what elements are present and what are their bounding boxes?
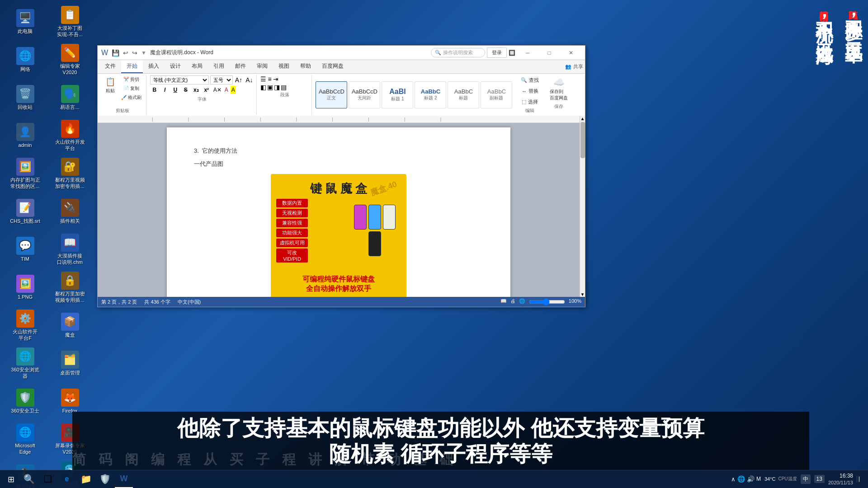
icon-chengxu-encrypt[interactable]: 🔐 鄱程万里视频加密专用插... [48,155,91,192]
taskbar-taskview[interactable]: ❑ [39,471,57,488]
icon-edit-expert[interactable]: ✏️ 编辑专家V2020 [48,42,91,78]
copy-button[interactable]: 📄 复制 [119,84,143,93]
align-right-btn[interactable]: ◨ [274,84,280,91]
tray-volume[interactable]: 🔊 [747,475,755,483]
font-name-select[interactable]: 等线 (中文正文) [150,75,209,84]
icon-chengxu-encrypt2[interactable]: 🔒 鄱程万里加密视频专用插... [48,269,91,305]
tab-home[interactable]: 开始 [121,60,143,73]
document-container[interactable]: 3. 它的使用方法 一代产品图 魔盒.40 键 鼠 魔 盒 数据内置 无视检测 [98,123,580,297]
icon-computer[interactable]: 🖥️ 此电脑 [4,4,47,40]
icon-CHS-srt[interactable]: 📝 CHS_找图.srt [4,193,47,230]
icon-pludan[interactable]: 🔌 插件相关 [48,193,91,230]
strikethrough-button[interactable]: S [181,85,190,94]
tab-design[interactable]: 设计 [165,60,186,73]
taskbar-search[interactable]: 🔍 [20,471,38,488]
tab-review[interactable]: 审阅 [251,60,273,73]
view-mode-read[interactable]: 📖 [500,298,507,305]
login-button[interactable]: 登录 [487,47,507,58]
customize-icon[interactable]: ▼ [141,50,146,56]
icon-fire-dev[interactable]: 🔥 火山软件开发平台 [48,117,91,154]
taskbar-edge[interactable]: e [58,471,76,488]
tab-help[interactable]: 帮助 [295,60,316,73]
icon-damo-storage[interactable]: 📋 大漠补丁图实现-不吾... [48,4,91,40]
scrollbar-down[interactable]: ▼ [580,291,585,297]
icon-1png[interactable]: 🖼️ 1.PNG [4,269,47,305]
scrollbar-up[interactable]: ▲ [580,116,585,121]
select-button[interactable]: ⬚ 选择 [519,97,541,107]
style-heading2[interactable]: AaBbC 标题 2 [415,81,446,108]
indent-btn[interactable]: ⇥ [273,75,278,83]
style-title[interactable]: AaBbC 标题 [448,81,479,108]
number-list-btn[interactable]: ≡ [268,75,271,83]
taskbar-word[interactable]: W [115,471,133,488]
style-no-space[interactable]: AaBbCcD 无间距 [349,81,380,108]
replace-button[interactable]: ↔ 替换 [519,86,541,96]
icon-microsoft-edge[interactable]: 🌐 MicrosoftEdge [4,421,47,457]
subscript-button[interactable]: x₂ [192,85,201,94]
align-center-btn[interactable]: ▣ [267,84,273,91]
cut-button[interactable]: ✂️ 剪切 [119,75,143,84]
icon-mohe[interactable]: 📦 魔盒 [48,307,91,343]
taskbar-clock[interactable]: 16:38 2020/11/13 [828,473,853,486]
maximize-button[interactable]: □ [539,46,560,60]
ime-status[interactable]: 13 [814,475,825,483]
document-scrollbar[interactable]: ▲ ▼ [580,116,585,297]
icon-mem-rect[interactable]: 🖼️ 内存扩图与正常找图的区... [4,155,47,192]
start-button[interactable]: ⊞ [4,472,18,487]
bullet-list-btn[interactable]: ☰ [260,75,266,83]
tab-layout[interactable]: 布局 [186,60,208,73]
italic-button[interactable]: I [160,85,170,94]
format-painter-button[interactable]: 🖌️ 格式刷 [119,94,143,102]
icon-recycle[interactable]: 🗑️ 回收站 [4,80,47,116]
bold-button[interactable]: B [150,85,159,94]
minimize-button[interactable]: ─ [517,46,538,60]
icon-network[interactable]: 🌐 网络 [4,42,47,78]
tab-file[interactable]: 文件 [99,60,121,73]
paste-button[interactable]: 📋 粘贴 [102,75,118,95]
underline-button[interactable]: U [171,85,180,94]
taskbar-explorer[interactable]: 📁 [77,471,95,488]
tray-expand[interactable]: ∧ [731,476,736,483]
save-icon[interactable]: 💾 [112,49,119,56]
tab-insert[interactable]: 插入 [143,60,165,73]
icon-360browser[interactable]: 🌐 360安全浏览器 [4,345,47,381]
input-method[interactable]: 中 [801,474,811,484]
superscript-button[interactable]: x² [202,85,211,94]
tray-network[interactable]: 🌐 [737,475,745,483]
icon-360guard[interactable]: 🛡️ 360安全卫士 [4,383,47,419]
share-label[interactable]: 共享 [573,63,583,70]
find-button[interactable]: 🔍 查找 [519,75,541,85]
icon-damo-plugin2[interactable]: 📖 大漠插件接口说明.chm [48,231,91,267]
highlight-btn[interactable]: A [231,86,236,94]
icon-easyspeech[interactable]: 🗣️ 易语言... [48,80,91,116]
tray-battery[interactable]: M [756,476,761,482]
redo-icon[interactable]: ↪ [132,49,137,56]
icon-tim[interactable]: 💬 TIM [4,231,47,267]
scrollbar-thumb[interactable] [580,122,585,158]
decrease-font-btn[interactable]: A↓ [245,75,254,84]
save-cloud-button[interactable]: ☁️ 保存到百度网盘 [547,75,570,103]
tab-mail[interactable]: 邮件 [230,60,251,73]
tab-view[interactable]: 视图 [273,60,295,73]
icon-admin[interactable]: 👤 admin [4,117,47,154]
style-heading1[interactable]: AaBI 标题 1 [382,81,413,108]
style-normal[interactable]: AaBbCcD 正文 [316,81,347,108]
tab-baidu[interactable]: 百度网盘 [316,60,349,73]
show-desktop-btn[interactable]: ▏ [857,476,864,483]
font-size-select[interactable]: 五号 [210,75,233,84]
align-justify-btn[interactable]: ▤ [281,84,287,91]
tab-references[interactable]: 引用 [208,60,230,73]
view-mode-web[interactable]: 🌐 [519,298,525,305]
view-mode-print[interactable]: 🖨 [510,298,515,305]
zoom-slider[interactable] [529,298,565,305]
undo-icon[interactable]: ↩ [123,49,128,56]
style-subtitle[interactable]: AaBbC 副标题 [481,81,512,108]
align-left-btn[interactable]: ◧ [260,84,266,91]
close-button[interactable]: ✕ [561,46,581,60]
icon-desktop-mgr[interactable]: 🗂️ 桌面管理 [48,345,91,381]
icon-fire-soft[interactable]: ⚙️ 火山软件开平台F [4,307,47,343]
taskbar-security[interactable]: 🛡️ [96,471,114,488]
clear-format-btn[interactable]: A✕ [212,86,222,94]
font-color-btn[interactable]: A [224,86,229,94]
search-box[interactable]: 🔍 操作说明搜索 [431,48,485,57]
